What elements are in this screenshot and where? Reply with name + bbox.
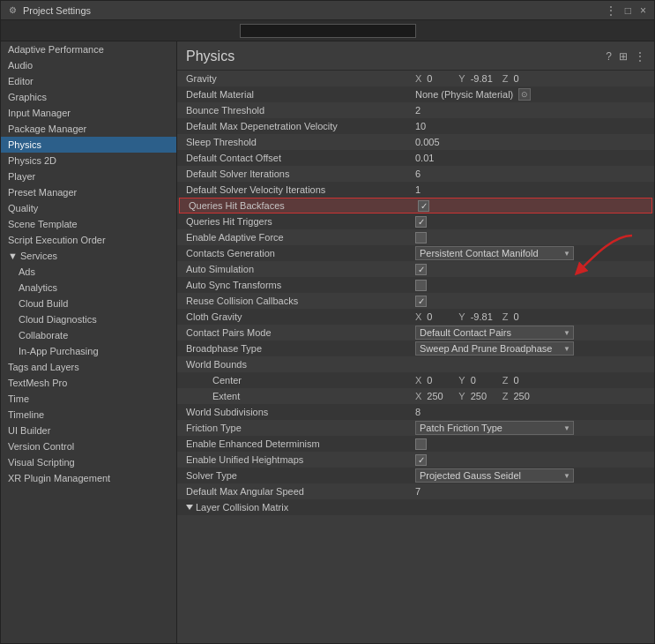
broadphase-type-dropdown[interactable]: Sweep And Prune Broadphase ▼ — [415, 341, 574, 356]
prop-value-center: X 0 Y 0 Z 0 — [415, 375, 645, 386]
properties-table: Gravity X 0 Y -9.81 Z 0 Default Material — [177, 71, 654, 515]
property-solver-type: Solver Type Projected Gauss Seidel ▼ — [177, 468, 654, 483]
friction-type-dropdown[interactable]: Patch Friction Type ▼ — [415, 421, 574, 435]
prop-label-reuse-collision-callbacks: Reuse Collision Callbacks — [186, 296, 415, 306]
solver-type-dropdown[interactable]: Projected Gauss Seidel ▼ — [415, 468, 574, 483]
title-bar: ⚙ Project Settings ⋮ □ × — [1, 1, 654, 20]
enable-adaptive-force-checkbox[interactable] — [415, 232, 427, 243]
sidebar-item-cloud-build[interactable]: Cloud Build — [1, 296, 176, 311]
sidebar-item-timeline[interactable]: Timeline — [1, 407, 176, 423]
dropdown-arrow-broadphase-icon: ▼ — [563, 345, 570, 353]
prop-label-solver-iterations: Default Solver Iterations — [186, 168, 415, 179]
property-default-contact-offset: Default Contact Offset 0.01 — [177, 150, 654, 166]
layout-icon[interactable]: ⊞ — [619, 50, 628, 63]
prop-value-broadphase-type[interactable]: Sweep And Prune Broadphase ▼ — [415, 341, 645, 356]
sidebar-item-time[interactable]: Time — [1, 391, 176, 407]
dropdown-arrow-icon: ▼ — [563, 250, 570, 258]
sidebar-item-visual-scripting[interactable]: Visual Scripting — [1, 454, 176, 470]
sidebar-item-physics[interactable]: Physics — [1, 137, 176, 153]
sidebar-item-ui-builder[interactable]: UI Builder — [1, 423, 176, 438]
prop-value-solver-iterations: 6 — [415, 168, 645, 179]
sidebar-item-package-manager[interactable]: Package Manager — [1, 121, 176, 137]
window-icon: ⚙ — [6, 4, 19, 17]
prop-label-solver-type: Solver Type — [186, 470, 415, 481]
property-world-bounds-header: World Bounds — [177, 356, 654, 372]
prop-value-friction-type[interactable]: Patch Friction Type ▼ — [415, 421, 645, 435]
sidebar-item-xr-plugin-management[interactable]: XR Plugin Management — [1, 470, 176, 486]
sidebar-item-analytics[interactable]: Analytics — [1, 280, 176, 296]
window-title: Project Settings — [23, 5, 603, 16]
sidebar-item-scene-template[interactable]: Scene Template — [1, 216, 176, 232]
asset-picker-icon[interactable]: ⊙ — [518, 88, 531, 101]
property-friction-type: Friction Type Patch Friction Type ▼ — [177, 420, 654, 436]
prop-label-contact-pairs-mode: Contact Pairs Mode — [186, 327, 415, 338]
sidebar-item-tags-and-layers[interactable]: Tags and Layers — [1, 359, 176, 375]
prop-value-world-subdivisions: 8 — [415, 407, 645, 417]
property-auto-simulation: Auto Simulation — [177, 261, 654, 277]
contacts-generation-dropdown[interactable]: Persistent Contact Manifold ▼ — [415, 246, 574, 260]
sidebar-item-input-manager[interactable]: Input Manager — [1, 105, 176, 121]
sidebar-item-textmesh-pro[interactable]: TextMesh Pro — [1, 375, 176, 391]
property-world-bounds-center: Center X 0 Y 0 Z 0 — [177, 372, 654, 388]
sidebar-item-version-control[interactable]: Version Control — [1, 438, 176, 454]
auto-sync-transforms-checkbox[interactable] — [415, 280, 427, 291]
prop-value-bounce-threshold: 2 — [415, 105, 645, 116]
sidebar-item-cloud-diagnostics[interactable]: Cloud Diagnostics — [1, 311, 176, 327]
prop-label-world-bounds: World Bounds — [186, 359, 415, 370]
prop-label-auto-sync-transforms: Auto Sync Transforms — [186, 280, 415, 290]
title-bar-controls: ⋮ □ × — [603, 4, 649, 17]
unified-heightmaps-checkbox[interactable] — [415, 454, 427, 466]
prop-value-extent: X 250 Y 250 Z 250 — [415, 391, 645, 401]
prop-value-contacts-generation[interactable]: Persistent Contact Manifold ▼ — [415, 246, 645, 260]
sidebar-item-quality[interactable]: Quality — [1, 200, 176, 216]
property-bounce-threshold: Bounce Threshold 2 — [177, 102, 654, 118]
queries-hit-triggers-checkbox[interactable] — [415, 216, 427, 228]
sidebar-item-services[interactable]: ▼ Services — [1, 248, 176, 264]
queries-hit-backfaces-checkbox[interactable] — [418, 200, 429, 212]
prop-label-queries-hit-triggers: Queries Hit Triggers — [186, 216, 415, 227]
help-icon[interactable]: ? — [606, 50, 612, 63]
sidebar-item-script-execution-order[interactable]: Script Execution Order — [1, 232, 176, 248]
prop-label-cloth-gravity: Cloth Gravity — [186, 311, 415, 322]
dropdown-arrow-contact-pairs-icon: ▼ — [563, 329, 570, 337]
sidebar-item-adaptive-performance[interactable]: Adaptive Performance — [1, 41, 176, 57]
sidebar-item-physics-2d[interactable]: Physics 2D — [1, 153, 176, 168]
prop-value-contact-pairs-mode[interactable]: Default Contact Pairs ▼ — [415, 326, 645, 340]
prop-value-solver-type[interactable]: Projected Gauss Seidel ▼ — [415, 468, 645, 483]
sidebar-item-collaborate[interactable]: Collaborate — [1, 327, 176, 343]
page-title: Physics — [186, 49, 234, 64]
sidebar-item-editor[interactable]: Editor — [1, 73, 176, 89]
main-window: ⚙ Project Settings ⋮ □ × Adaptive Perfor… — [0, 0, 655, 644]
prop-label-layer-collision-matrix: Layer Collision Matrix — [186, 502, 415, 513]
search-input[interactable] — [240, 24, 416, 38]
maximize-button[interactable]: □ — [622, 4, 634, 17]
property-reuse-collision-callbacks: Reuse Collision Callbacks — [177, 293, 654, 309]
prop-label-world-subdivisions: World Subdivisions — [186, 407, 415, 417]
prop-value-queries-hit-triggers — [415, 216, 645, 228]
more-button[interactable]: ⋮ — [603, 4, 619, 17]
property-queries-hit-backfaces: Queries Hit Backfaces — [179, 198, 652, 213]
auto-simulation-checkbox[interactable] — [415, 264, 427, 275]
prop-value-cloth-gravity: X 0 Y -9.81 Z 0 — [415, 311, 645, 322]
property-cloth-gravity: Cloth Gravity X 0 Y -9.81 Z 0 — [177, 309, 654, 325]
enhanced-determinism-checkbox[interactable] — [415, 438, 427, 450]
prop-value-default-max-angular-speed: 7 — [415, 486, 645, 497]
content-scroll: Physics ? ⊞ ⋮ Gravity X 0 — [177, 41, 654, 515]
reuse-collision-callbacks-checkbox[interactable] — [415, 296, 427, 307]
sidebar-item-graphics[interactable]: Graphics — [1, 89, 176, 105]
contact-pairs-mode-dropdown[interactable]: Default Contact Pairs ▼ — [415, 326, 574, 340]
triangle-icon — [186, 505, 193, 510]
sidebar-item-player[interactable]: Player — [1, 168, 176, 184]
sidebar-item-audio[interactable]: Audio — [1, 57, 176, 73]
more-options-icon[interactable]: ⋮ — [635, 50, 645, 63]
close-button[interactable]: × — [637, 4, 649, 17]
dropdown-arrow-solver-icon: ▼ — [563, 472, 570, 480]
prop-label-auto-simulation: Auto Simulation — [186, 264, 415, 274]
sidebar-item-preset-manager[interactable]: Preset Manager — [1, 184, 176, 200]
content-header: Physics ? ⊞ ⋮ — [177, 41, 654, 71]
header-icons: ? ⊞ ⋮ — [606, 50, 645, 63]
prop-value-contact-offset: 0.01 — [415, 153, 645, 163]
sidebar-item-in-app-purchasing[interactable]: In-App Purchasing — [1, 343, 176, 359]
sidebar-item-ads[interactable]: Ads — [1, 264, 176, 280]
prop-label-solver-velocity-iterations: Default Solver Velocity Iterations — [186, 184, 415, 195]
